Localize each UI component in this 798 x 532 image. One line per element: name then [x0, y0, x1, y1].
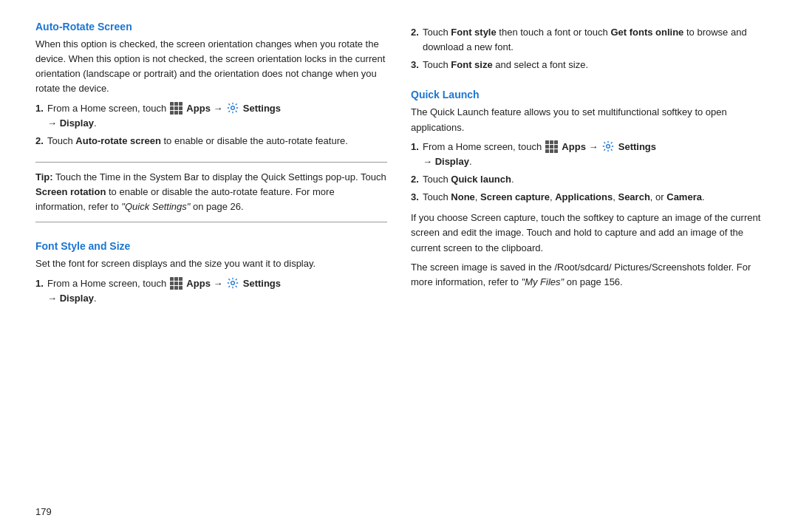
step-1-quick-launch: From a Home screen, touch Apps → [411, 140, 763, 169]
step-3-quick-launch: Touch None, Screen capture, Applications… [411, 190, 763, 205]
quick-launch-body: The Quick Launch feature allows you to s… [411, 105, 763, 134]
font-style-body: Set the font for screen displays and the… [35, 256, 387, 271]
apps-grid-icon-3 [545, 140, 559, 153]
font-style-section: Font Style and Size Set the font for scr… [35, 240, 387, 311]
page-content: Auto-Rotate Screen When this option is c… [0, 0, 798, 532]
step-1-font: From a Home screen, touch Apps → [35, 276, 387, 306]
font-style-steps: From a Home screen, touch Apps → [35, 276, 387, 306]
quick-launch-steps: From a Home screen, touch Apps → [411, 140, 763, 205]
auto-rotate-steps: From a Home screen, touch Apps → [35, 101, 387, 149]
settings-gear-icon [226, 101, 239, 115]
arrow-display: → Display. [47, 117, 97, 129]
font-style-continued: Touch Font style then touch a font or to… [411, 21, 763, 78]
step1-prefix: From a Home screen, touch [47, 103, 169, 114]
step-1-auto-rotate: From a Home screen, touch Apps → [35, 101, 387, 131]
auto-rotate-body: When this option is checked, the screen … [35, 37, 387, 97]
step-2-auto-rotate: Touch Auto-rotate screen to enable or di… [35, 134, 387, 149]
quick-launch-para2: The screen image is saved in the /Root/s… [411, 260, 763, 290]
quick-launch-para1: If you choose Screen capture, touch the … [411, 211, 763, 255]
settings-label: Settings [243, 103, 281, 114]
left-column: Auto-Rotate Screen When this option is c… [35, 21, 387, 511]
svg-point-2 [607, 145, 610, 149]
step-2-font: Touch Font style then touch a font or to… [411, 25, 763, 55]
svg-point-0 [231, 106, 235, 110]
auto-rotate-title: Auto-Rotate Screen [35, 21, 387, 33]
font-style-title: Font Style and Size [35, 240, 387, 252]
step-3-font: Touch Font size and select a font size. [411, 58, 763, 72]
page-number: 179 [35, 506, 52, 517]
apps-grid-icon [170, 101, 183, 115]
apps-label: Apps [186, 103, 213, 114]
settings-gear-icon-3 [601, 140, 615, 153]
step1-font-prefix: From a Home screen, touch [47, 278, 169, 289]
step-2-quick-launch: Touch Quick launch. [411, 172, 763, 187]
quick-launch-title: Quick Launch [411, 89, 763, 100]
settings-gear-icon-2 [226, 276, 239, 290]
right-column: Touch Font style then touch a font or to… [411, 21, 763, 511]
font-style-steps-continued: Touch Font style then touch a font or to… [411, 25, 763, 72]
apps-grid-icon-2 [170, 276, 183, 290]
auto-rotate-section: Auto-Rotate Screen When this option is c… [35, 21, 387, 154]
quick-launch-section: Quick Launch The Quick Launch feature al… [411, 89, 763, 294]
tip-box: Tip: Touch the Time in the System Bar to… [35, 162, 387, 222]
svg-point-1 [231, 282, 235, 285]
